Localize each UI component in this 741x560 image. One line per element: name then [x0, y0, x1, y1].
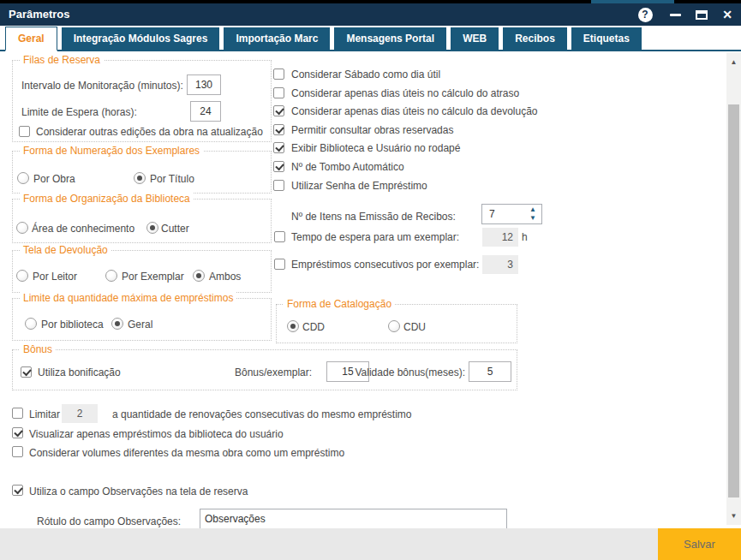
consultar-reservadas-label: Permitir consultar obras reservadas	[291, 124, 453, 136]
radio-por-biblioteca[interactable]	[25, 318, 37, 330]
minimize-icon	[670, 14, 681, 16]
radio-por-obra[interactable]	[17, 172, 29, 184]
radio-area-conhecimento[interactable]	[16, 222, 28, 234]
limitar-renovacoes-checkbox[interactable]	[12, 408, 23, 419]
scroll-up-icon[interactable]: ▲	[726, 54, 741, 69]
scroll-down-icon[interactable]: ▼	[726, 508, 741, 523]
dias-uteis-devolucao-checkbox[interactable]	[273, 105, 284, 116]
exibir-biblioteca-rodape-checkbox[interactable]	[273, 142, 284, 153]
outras-edicoes-label: Considerar outras edições da obra na atu…	[36, 126, 263, 138]
consultar-reservadas-checkbox[interactable]	[273, 124, 284, 135]
sabado-dia-util-checkbox[interactable]	[273, 69, 284, 80]
group-bonus-legend: Bônus	[20, 343, 56, 355]
group-forma-numeracao: Forma de Numeração dos Exemplares Por Ob…	[12, 151, 272, 194]
group-tela-devolucao: Tela de Devolução Por Leitor Por Exempla…	[12, 250, 272, 293]
tempo-espera-label: Tempo de espera para um exemplar:	[291, 231, 459, 243]
group-forma-catalogacao: Forma de Catalogação CDD CDU	[276, 304, 517, 343]
senha-emprestimo-checkbox[interactable]	[273, 180, 284, 191]
tempo-espera-checkbox[interactable]	[274, 231, 285, 242]
utiliza-bonificacao-checkbox[interactable]	[21, 366, 32, 378]
limitar-renovacoes-suffix: a quantidade de renovações consecutivas …	[112, 408, 412, 420]
dias-uteis-devolucao-label: Considerar apenas dias úteis no cálculo …	[291, 105, 538, 117]
group-bonus: Bônus Utiliza bonificação Bônus/exemplar…	[12, 349, 517, 390]
visualizar-emprestimos-label: Visualizar apenas empréstimos da bibliot…	[29, 428, 284, 440]
radio-cutter[interactable]	[146, 222, 158, 234]
radio-ambos[interactable]	[193, 270, 205, 282]
close-button[interactable]: ✕	[716, 3, 738, 26]
save-button[interactable]: Salvar	[658, 528, 741, 560]
limite-espera-label: Limite de Espera (horas):	[21, 106, 137, 118]
group-filas-legend: Filas de Reserva	[20, 54, 104, 66]
dias-uteis-atraso-checkbox[interactable]	[273, 87, 284, 98]
radio-cdd-label: CDD	[302, 321, 325, 333]
visualizar-emprestimos-checkbox[interactable]	[12, 427, 23, 438]
restore-icon	[696, 10, 708, 20]
limite-espera-input[interactable]	[190, 101, 221, 122]
radio-cutter-label: Cutter	[161, 223, 189, 235]
sabado-dia-util-label: Considerar Sábado como dia útil	[291, 69, 440, 80]
help-button[interactable]: ?	[634, 3, 656, 26]
outras-edicoes-checkbox[interactable]	[19, 126, 30, 137]
help-icon: ?	[638, 8, 653, 22]
radio-cdd[interactable]	[287, 320, 299, 332]
close-icon: ✕	[722, 8, 732, 21]
tombo-automatico-checkbox[interactable]	[273, 161, 284, 172]
consecutivos-label: Empréstimos consecutivos por exemplar:	[291, 259, 479, 271]
radio-cdu[interactable]	[388, 320, 400, 332]
tab-integracao-modulos-sagres[interactable]: Integração Módulos Sagres	[62, 27, 220, 50]
radio-cdu-label: CDU	[403, 321, 426, 333]
spinner-down-icon[interactable]: ▼	[529, 214, 536, 223]
vertical-scrollbar[interactable]: ▲ ▼	[726, 52, 741, 525]
consecutivos-field: 3	[482, 255, 518, 274]
intervalo-monitoracao-input[interactable]	[187, 74, 221, 95]
radio-por-biblioteca-label: Por biblioteca	[41, 319, 104, 331]
radio-por-leitor[interactable]	[16, 270, 28, 282]
tombo-automatico-label: Nº de Tombo Automático	[291, 161, 404, 173]
titlebar: Parâmetros ? ✕	[0, 3, 741, 26]
radio-por-titulo-label: Por Título	[150, 173, 194, 185]
radio-geral-label: Geral	[128, 319, 152, 331]
itens-recibos-value: 7	[489, 208, 495, 220]
group-catalogacao-legend: Forma de Catalogação	[284, 298, 395, 310]
dias-uteis-atraso-label: Considerar apenas dias úteis no cálculo …	[291, 87, 519, 99]
group-filas-de-reserva: Filas de Reserva Intervalo de Monitoraçã…	[12, 60, 272, 142]
radio-geral[interactable]	[111, 318, 123, 330]
bonus-exemplar-label: Bônus/exemplar:	[235, 366, 312, 378]
validade-bonus-input[interactable]	[469, 361, 511, 382]
tab-web[interactable]: WEB	[451, 27, 499, 50]
utiliza-observacoes-label: Utiliza o campo Observações na tela de r…	[29, 486, 248, 497]
tab-importacao-marc[interactable]: Importação Marc	[224, 27, 330, 50]
tab-mensagens-portal[interactable]: Mensagens Portal	[334, 27, 446, 50]
tempo-espera-field: 12	[482, 228, 518, 247]
radio-por-exemplar-label: Por Exemplar	[122, 271, 184, 283]
group-numeracao-legend: Forma de Numeração dos Exemplares	[20, 145, 203, 157]
tab-recibos[interactable]: Recibos	[503, 27, 567, 50]
consecutivos-checkbox[interactable]	[274, 259, 285, 270]
utiliza-observacoes-checkbox[interactable]	[12, 485, 23, 496]
restore-button[interactable]	[690, 3, 713, 26]
minimize-button[interactable]	[664, 3, 686, 26]
group-organizacao-legend: Forma de Organização da Biblioteca	[20, 193, 194, 205]
limitar-renovacoes-field: 2	[62, 404, 98, 423]
senha-emprestimo-label: Utilizar Senha de Empréstimo	[291, 180, 427, 192]
scrollbar-thumb[interactable]	[728, 104, 739, 497]
volumes-diferentes-label: Considerar volumes diferentes da mesma o…	[29, 447, 344, 459]
group-devolucao-legend: Tela de Devolução	[20, 244, 111, 256]
content-area: Filas de Reserva Intervalo de Monitoraçã…	[0, 53, 741, 528]
radio-por-exemplar[interactable]	[105, 270, 117, 282]
radio-por-titulo[interactable]	[134, 172, 146, 184]
exibir-biblioteca-rodape-label: Exibir Biblioteca e Usuário no rodapé	[291, 142, 460, 154]
radio-ambos-label: Ambos	[209, 271, 241, 283]
tab-etiquetas[interactable]: Etiquetas	[571, 27, 642, 50]
radio-area-conhecimento-label: Área de conhecimento	[32, 223, 134, 235]
rotulo-observacoes-label: Rótulo do campo Observações:	[37, 515, 181, 527]
footer-bar: Salvar	[0, 528, 741, 560]
tempo-espera-suffix: h	[522, 231, 528, 243]
volumes-diferentes-checkbox[interactable]	[12, 446, 23, 457]
itens-recibos-spinner[interactable]: 7 ▲ ▼	[481, 204, 542, 224]
rotulo-observacoes-input[interactable]	[200, 509, 507, 529]
group-limite-emprestimos-legend: Limite da quantidade máxima de empréstim…	[20, 292, 236, 304]
group-forma-organizacao: Forma de Organização da Biblioteca Área …	[12, 199, 272, 243]
tab-geral[interactable]: Geral	[5, 27, 57, 51]
spinner-up-icon[interactable]: ▲	[529, 206, 536, 214]
